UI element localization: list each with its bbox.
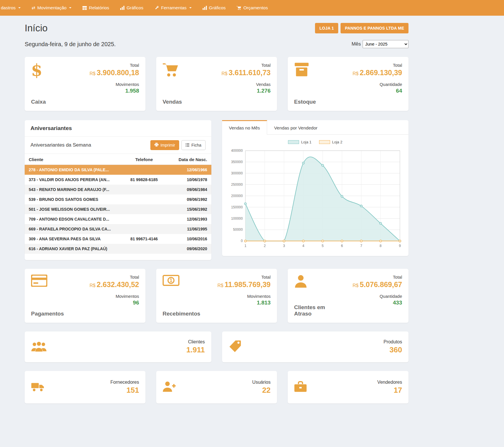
sales-tabbar: Vendas no Mês Vendas por Vendedor [222,120,409,135]
cell-data: 12/06/1993 [168,214,211,224]
count-label: Quantidade [353,82,402,87]
current-date: Segunda-feira, 9 de junho de 2025. [25,41,116,48]
total-label: Total [90,275,139,280]
page-title: Início [25,23,48,34]
birthday-row[interactable]: 669 - RAFAELA PROCOPIO DA SILVA CA...11/… [25,224,211,234]
svg-text:100000: 100000 [231,217,243,221]
card-title: Clientes [186,339,205,345]
nav-item-movimentacao[interactable]: ⇄ Movimentação [26,0,77,16]
nav-item-ferramentas[interactable]: Ferramentas [149,0,197,16]
count-value: 17 [377,386,402,395]
svg-text:5: 5 [322,244,324,248]
archive-box-icon [294,63,316,78]
birthday-row[interactable]: 278 - ANTONIO EMIDIO DA SILVA (PALE...12… [25,165,211,175]
legend-item[interactable]: Loja 2 [319,140,342,144]
nav-label: Gráficos [127,5,143,10]
svg-text:9: 9 [399,244,401,248]
card-vendedores: Vendedores 17 [288,371,408,403]
cell-tel [120,214,168,224]
cell-tel [120,244,168,254]
svg-text:200000: 200000 [231,194,243,198]
cell-data: 15/06/1992 [168,204,211,214]
total-value: R$2.632.430,52 [90,280,139,289]
card-title: Recebimentos [163,311,200,317]
cell-cliente: 539 - BRUNO DOS SANTOS GOMES [25,194,120,204]
dollar-icon: $ [31,63,46,77]
chevron-down-icon [69,7,71,8]
card-title: Caixa [31,99,46,105]
card-title: Usuários [252,380,271,385]
total-value: R$2.869.130,39 [353,69,402,77]
total-label: Total [222,63,271,68]
count-label: Movimentos [90,294,139,299]
svg-text:6: 6 [341,244,343,248]
nav-item-cadastros[interactable]: dastros [0,0,26,16]
total-label: Total [217,275,271,280]
birthdays-panel: Aniversariantes Aniversariantes da Seman… [25,120,211,260]
birthday-row[interactable]: 543 - RENATO MARINHO DE ARAUJO (F...09/0… [25,185,211,194]
cell-cliente: 543 - RENATO MARINHO DE ARAUJO (F... [25,185,120,194]
person-icon [294,275,332,290]
nav-label: dastros [1,5,16,10]
wrench-icon [154,6,159,10]
month-select[interactable]: June - 2025 [363,40,408,48]
tab-vendas-por-vendedor[interactable]: Vendas por Vendedor [267,120,324,134]
cell-tel [120,204,168,214]
count-value: 1.911 [186,345,205,354]
cell-cliente: 309 - ANA SEVERINA PAES DA SILVA [25,234,120,244]
nav-label: Movimentação [37,5,66,10]
cell-data: 10/06/1978 [168,175,211,185]
bar-chart-icon [203,6,207,10]
svg-text:400000: 400000 [231,149,243,153]
cell-tel [120,194,168,204]
svg-text:0: 0 [241,239,243,243]
cell-tel [120,224,168,234]
birthdays-title: Aniversariantes [25,120,211,137]
birthday-row[interactable]: 709 - ANTONIO EDSON CAVALCANTE D...12/06… [25,214,211,224]
nav-item-orcamentos[interactable]: Orçamentos [231,0,273,16]
cell-data: 09/06/1992 [168,194,211,204]
birthdays-table-scroll[interactable]: Cliente Telefone Data de Nasc. 278 - ANT… [25,154,211,258]
svg-text:1: 1 [170,277,172,283]
card-title: Pagamentos [31,311,64,317]
cell-tel [120,165,168,175]
nav-item-relatorios[interactable]: Relatórios [77,0,115,16]
tab-vendas-no-mes[interactable]: Vendas no Mês [222,120,267,135]
birthday-row[interactable]: 373 - VALDIR DOS ANJOS PEREIRA (AN...81 … [25,175,211,185]
svg-text:7: 7 [360,244,362,248]
truck-icon [31,381,44,393]
card-title: Vendedores [377,380,402,385]
print-button[interactable]: Imprimir [150,140,179,150]
birthdays-subtitle: Aniversariantes da Semana [30,142,91,148]
total-value: R$11.985.769,39 [217,280,271,289]
store-button[interactable]: LOJA 1 [315,23,338,33]
card-pagamentos: Pagamentos Total R$2.632.430,52 Moviment… [25,269,145,323]
nav-item-graficos-2[interactable]: Gráficos [197,0,231,16]
birthday-row[interactable]: 309 - ANA SEVERINA PAES DA SILVA81 99671… [25,234,211,244]
ficha-button[interactable]: Ficha [181,140,205,150]
sales-area-chart: 0500001000001500002000002500003000003500… [228,147,403,250]
card-title: Produtos [384,339,402,345]
svg-text:350000: 350000 [231,160,243,164]
credit-card-icon [31,275,64,288]
card-title: Fornecedores [110,380,139,385]
exchange-arrows-icon: ⇄ [32,5,35,10]
sales-panel: Vendas no Mês Vendas por Vendedor Loja 1… [222,120,409,256]
svg-text:2: 2 [264,244,266,248]
person-plus-icon [163,381,176,393]
count-value: 64 [353,88,402,94]
count-value: 1.958 [90,88,139,94]
birthday-row[interactable]: 501 - JOSE WELISSON GOMES OLIVEIR...15/0… [25,204,211,214]
legend-item[interactable]: Loja 1 [288,140,311,144]
cell-data: 10/06/2016 [168,234,211,244]
card-title: Clientes em Atraso [294,304,332,317]
nav-item-graficos[interactable]: Gráficos [115,0,149,16]
count-value: 96 [90,300,139,306]
legend-label: Loja 1 [301,140,311,144]
company-button[interactable]: PANNOS E PANNOS LTDA ME [341,23,408,33]
count-value: 22 [252,386,271,395]
birthday-row[interactable]: 539 - BRUNO DOS SANTOS GOMES09/06/1992 [25,194,211,204]
count-value: 1.813 [217,300,271,306]
birthday-row[interactable]: 616 - ADRIANO XAVIER DA PAZ (PALAÚ)09/06… [25,244,211,254]
count-value: 151 [110,386,139,395]
